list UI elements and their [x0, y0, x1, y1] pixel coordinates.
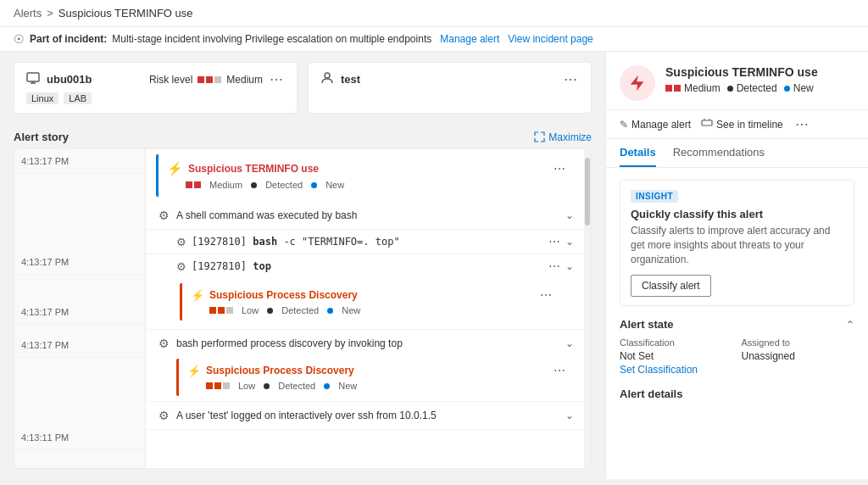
- sub-top-title: [1927810] top: [192, 260, 271, 272]
- dot-new: [311, 182, 317, 188]
- sq-o3: [206, 382, 213, 389]
- tab-recommendations[interactable]: Recommendations: [673, 139, 765, 167]
- sub-dot-2: [264, 383, 270, 389]
- device-tags: Linux LAB: [26, 92, 285, 104]
- cmd-bold-top: top: [253, 260, 271, 272]
- insight-desc: Classify alerts to improve alert accurac…: [631, 224, 843, 266]
- left-panel: ubu001b Risk level Medium ⋯ Linux: [0, 52, 605, 479]
- assigned-to-item: Assigned to Unassigned: [742, 337, 855, 376]
- assigned-to-value: Unassigned: [742, 350, 795, 362]
- incident-description: Multi-stage incident involving Privilege…: [112, 33, 431, 45]
- manage-alert-button[interactable]: ✎ Manage alert: [620, 119, 691, 131]
- right-risk-squares: [665, 85, 681, 92]
- right-new-label: New: [793, 82, 814, 94]
- set-classification-link[interactable]: Set Classification: [620, 364, 733, 376]
- main-alert-dots[interactable]: ⋯: [554, 162, 565, 176]
- chevron-down-3: ⌄: [565, 260, 574, 272]
- sq-o1: [209, 307, 216, 314]
- device-card-dots[interactable]: ⋯: [268, 73, 285, 86]
- view-incident-page-link[interactable]: View incident page: [508, 33, 593, 45]
- alert-state-chevron[interactable]: ⌃: [846, 319, 854, 331]
- see-in-timeline-button[interactable]: See in timeline: [701, 117, 783, 131]
- sq-o4: [214, 382, 221, 389]
- classification-item: Classification Not Set Set Classificatio…: [620, 337, 733, 376]
- right-detected-label: Detected: [737, 82, 777, 94]
- user-title: test: [341, 73, 360, 86]
- right-panel-badges: Medium Detected New: [665, 82, 854, 94]
- title-block: Suspicious TERMINFO use Medium Detected: [665, 65, 854, 94]
- tab-details-label: Details: [620, 146, 656, 159]
- chevron-down-1: ⌄: [565, 209, 574, 221]
- user-card: test ⋯: [308, 62, 592, 114]
- right-dot-detected: [727, 86, 733, 92]
- alert-state-title: Alert state: [620, 318, 674, 331]
- sub-bash-title: [1927810] bash -c "TERMINFO=. top": [192, 236, 543, 248]
- sub-bash-cmd: ⚙ [1927810] bash -c "TERMINFO=. top" ⋯ ⌄: [146, 230, 584, 254]
- event-pd-title: bash performed process discovery by invo…: [176, 337, 560, 349]
- classify-alert-button[interactable]: Classify alert: [631, 275, 711, 297]
- right-panel-body: INSIGHT Quickly classify this alert Clas…: [606, 168, 868, 479]
- risk-sq-3: [214, 76, 221, 83]
- msq2: [194, 181, 201, 188]
- sub-risk-1: Low: [242, 305, 259, 315]
- timeline-entry-3: 4:13:17 PM: [14, 300, 145, 325]
- manage-alert-label: Manage alert: [632, 119, 691, 131]
- incident-bar: ☉ Part of incident: Multi-stage incident…: [0, 27, 868, 52]
- insight-badge: INSIGHT: [631, 190, 678, 203]
- shield-icon: ☉: [14, 32, 25, 46]
- sub-dot-blue-2: [324, 383, 330, 389]
- right-panel-title: Suspicious TERMINFO use: [665, 65, 854, 79]
- sub-top-dots[interactable]: ⋯: [548, 259, 560, 273]
- alert-details-section: Alert details: [620, 387, 854, 400]
- sub-alert-status-2: Low Detected New: [187, 381, 565, 391]
- scrollbar-thumb: [585, 158, 590, 226]
- sub-status1-1: Detected: [281, 305, 319, 315]
- scrollbar[interactable]: [584, 149, 591, 468]
- view-incident-link[interactable]: Manage alert: [440, 33, 499, 45]
- right-panel-header: Suspicious TERMINFO use Medium Detected: [606, 52, 868, 110]
- main-alert-fire-icon: ⚡: [167, 161, 183, 176]
- main-alert-status: Medium Detected New: [167, 180, 565, 190]
- event-ssh-header[interactable]: ⚙ A user 'test' logged on interactively …: [146, 402, 584, 429]
- gear-icon-3: ⚙: [176, 260, 186, 273]
- chevron-down-2: ⌄: [565, 236, 574, 248]
- alert-story-header: Alert story Maximize: [0, 124, 605, 148]
- breadcrumb-parent[interactable]: Alerts: [14, 7, 42, 20]
- sub-alert-process-discovery-2: ⚡ Suspicious Process Discovery ⋯ Low: [176, 359, 574, 396]
- tag-linux: Linux: [26, 92, 58, 104]
- sub-status2-2: New: [338, 381, 357, 391]
- sub-alert-dots-1[interactable]: ⋯: [540, 288, 552, 302]
- time-3: 4:13:17 PM: [21, 307, 69, 317]
- sub-alert-title-1: Suspicious Process Discovery: [209, 289, 358, 301]
- gear-icon-1: ⚙: [156, 209, 171, 222]
- timeline-entry-5: 4:13:11 PM: [14, 426, 145, 450]
- sub-alert-fire-2: ⚡: [187, 365, 201, 377]
- breadcrumb-separator: >: [47, 7, 53, 20]
- tag-lab: LAB: [64, 92, 92, 104]
- event-pd-header[interactable]: ⚙ bash performed process discovery by in…: [146, 330, 584, 357]
- pencil-icon: ✎: [620, 119, 628, 131]
- risk-sq-1: [198, 76, 204, 83]
- right-panel: Suspicious TERMINFO use Medium Detected: [605, 52, 868, 479]
- main-risk: Medium: [209, 180, 242, 190]
- risk-label: Risk level: [149, 74, 192, 86]
- r-sq2: [674, 85, 681, 92]
- tab-details[interactable]: Details: [620, 139, 656, 167]
- event-ssh-title: A user 'test' logged on interactively ov…: [176, 410, 560, 421]
- sub-risk-sq-2: [206, 382, 230, 389]
- badge-new: New: [784, 82, 814, 94]
- cmd-bold-bash: bash: [253, 236, 277, 248]
- event-shell-header[interactable]: ⚙ A shell command was executed by bash ⌄: [146, 202, 584, 229]
- maximize-label: Maximize: [548, 131, 592, 143]
- right-risk-label: Medium: [684, 82, 721, 94]
- right-panel-tabs: Details Recommendations: [606, 139, 868, 168]
- user-card-dots[interactable]: ⋯: [562, 73, 579, 86]
- r-sq1: [665, 85, 672, 92]
- maximize-button[interactable]: Maximize: [534, 131, 592, 143]
- more-actions-dots[interactable]: ⋯: [793, 118, 810, 131]
- sub-alert-title-2: Suspicious Process Discovery: [206, 365, 354, 376]
- main-alert-block: ⚡ Suspicious TERMINFO use ⋯ Medium Detec…: [156, 154, 574, 197]
- sub-alert-dots-2[interactable]: ⋯: [554, 364, 565, 377]
- sub-bash-dots[interactable]: ⋯: [548, 235, 560, 248]
- event-ssh: ⚙ A user 'test' logged on interactively …: [146, 402, 584, 430]
